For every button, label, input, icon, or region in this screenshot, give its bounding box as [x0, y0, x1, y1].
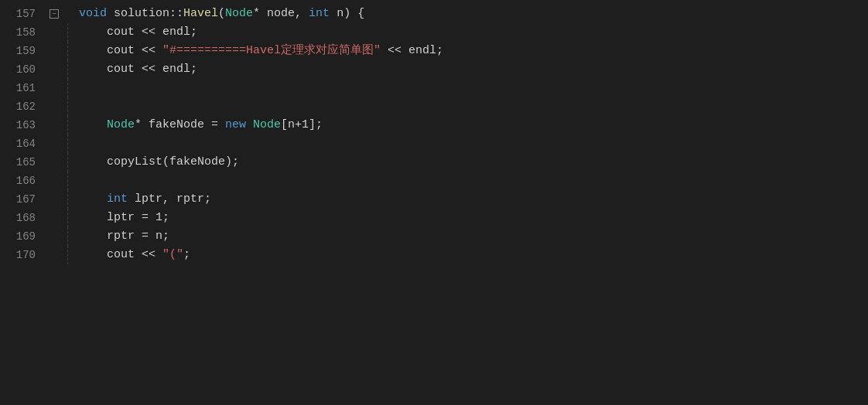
token: cout <<	[79, 247, 162, 264]
line-number: 164	[0, 134, 46, 153]
token: solution::	[107, 5, 183, 23]
token: Havel	[183, 5, 218, 23]
line-number: 165	[0, 153, 46, 172]
token: * fakeNode =	[135, 117, 225, 134]
fold-marker	[46, 116, 62, 134]
token: "("	[162, 247, 183, 264]
code-line	[79, 172, 868, 190]
token: (	[218, 5, 225, 23]
indent-cell	[62, 79, 73, 97]
indent-cell	[62, 209, 73, 227]
fold-marker	[46, 60, 62, 79]
line-number: 159	[0, 42, 46, 60]
code-editor: 1571581591601611621631641651661671681691…	[0, 0, 868, 405]
fold-marker	[46, 23, 62, 42]
code-line: copyList(fakeNode);	[79, 153, 868, 172]
indent-cell	[62, 5, 73, 23]
indent-cell	[62, 153, 73, 172]
line-number: 160	[0, 60, 46, 79]
token: n) {	[330, 5, 364, 23]
fold-marker	[46, 42, 62, 60]
code-line: Node* fakeNode = new Node[n+1];	[79, 116, 868, 134]
indent-cell	[62, 116, 73, 134]
line-number: 168	[0, 209, 46, 227]
token: cout << endl;	[79, 24, 197, 42]
code-line: cout << "(";	[79, 246, 868, 264]
line-number: 162	[0, 97, 46, 116]
token: lptr = 1;	[79, 209, 169, 227]
token: rptr = n;	[79, 228, 169, 246]
fold-marker	[46, 246, 62, 264]
fold-box[interactable]: −	[50, 9, 59, 19]
token: [n+1];	[281, 117, 323, 134]
token: cout <<	[79, 43, 162, 60]
line-number: 163	[0, 116, 46, 134]
token: lptr, rptr;	[128, 191, 211, 209]
fold-marker	[46, 172, 62, 190]
token: int	[309, 5, 330, 23]
indent-cell	[62, 246, 73, 264]
code-line: cout << endl;	[79, 23, 868, 42]
indent-cell	[62, 60, 73, 79]
fold-marker	[46, 79, 62, 97]
fold-marker[interactable]: −	[46, 5, 62, 23]
line-number: 166	[0, 172, 46, 190]
token: Node	[253, 117, 281, 134]
code-line	[79, 134, 868, 153]
fold-marker	[46, 227, 62, 246]
code-line: cout << endl;	[79, 60, 868, 79]
code-line: cout << "#==========Havel定理求对应简单图" << en…	[79, 42, 868, 60]
token	[79, 117, 107, 134]
fold-marker	[46, 134, 62, 153]
fold-marker	[46, 190, 62, 209]
token: int	[107, 191, 128, 209]
token: * node,	[253, 5, 309, 23]
code-content: void solution::Havel(Node* node, int n) …	[73, 0, 868, 405]
token: ;	[183, 247, 190, 264]
fold-marker	[46, 97, 62, 116]
token: void	[79, 5, 107, 23]
token	[246, 117, 253, 134]
token: "#==========Havel定理求对应简单图"	[162, 43, 381, 60]
indent-cell	[62, 190, 73, 209]
fold-marker	[46, 209, 62, 227]
token: << endl;	[381, 43, 443, 60]
code-line: int lptr, rptr;	[79, 190, 868, 209]
indent-guide	[62, 0, 73, 405]
token: Node	[107, 117, 135, 134]
fold-gutter: −	[46, 0, 62, 405]
indent-cell	[62, 134, 73, 153]
token: Node	[225, 5, 253, 23]
code-line: void solution::Havel(Node* node, int n) …	[79, 5, 868, 23]
line-number: 157	[0, 5, 46, 23]
indent-cell	[62, 23, 73, 42]
line-number: 170	[0, 246, 46, 264]
code-line: lptr = 1;	[79, 209, 868, 227]
fold-marker	[46, 153, 62, 172]
token	[79, 191, 107, 209]
line-number: 158	[0, 23, 46, 42]
indent-cell	[62, 227, 73, 246]
line-number: 169	[0, 227, 46, 246]
indent-cell	[62, 97, 73, 116]
indent-cell	[62, 42, 73, 60]
code-line	[79, 97, 868, 116]
line-number: 167	[0, 190, 46, 209]
line-numbers: 1571581591601611621631641651661671681691…	[0, 0, 46, 405]
indent-cell	[62, 172, 73, 190]
token: copyList(fakeNode);	[79, 154, 239, 172]
line-number: 161	[0, 79, 46, 97]
token: cout << endl;	[79, 61, 197, 79]
token: new	[225, 117, 246, 134]
code-line	[79, 79, 868, 97]
code-line: rptr = n;	[79, 227, 868, 246]
